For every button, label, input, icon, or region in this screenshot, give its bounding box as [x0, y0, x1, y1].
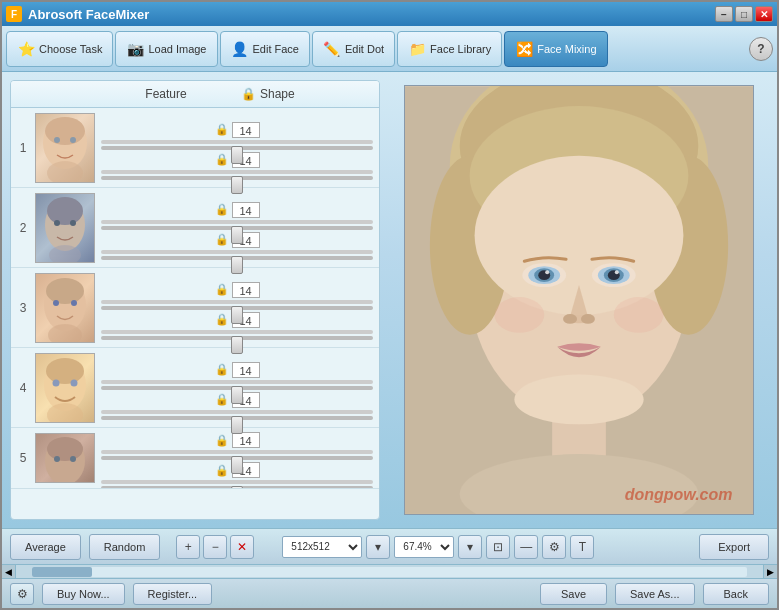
feature-slider[interactable]	[101, 300, 373, 316]
help-button[interactable]: ?	[749, 37, 773, 61]
svg-point-17	[53, 379, 60, 386]
edit-face-label: Edit Face	[253, 43, 299, 55]
settings-button[interactable]: ⚙	[542, 535, 566, 559]
svg-point-13	[71, 300, 77, 306]
face-number: 5	[17, 451, 29, 465]
feature-value: 14	[232, 202, 260, 218]
maximize-button[interactable]: □	[735, 6, 753, 22]
svg-point-40	[545, 270, 549, 274]
shape-slider[interactable]	[101, 410, 373, 426]
shape-slider[interactable]	[101, 170, 373, 186]
face-preview-panel: dongpow.com	[388, 80, 769, 520]
shape-slider[interactable]	[101, 330, 373, 346]
face-image	[35, 353, 95, 423]
face-list: 1	[11, 108, 379, 519]
feature-slider[interactable]	[101, 140, 373, 156]
svg-point-41	[614, 270, 618, 274]
face-thumbnail[interactable]	[35, 113, 95, 183]
svg-point-23	[70, 456, 76, 462]
clear-button[interactable]: ✕	[230, 535, 254, 559]
feature-slider-item: 🔒 14	[101, 432, 373, 454]
face-row: 2	[11, 188, 379, 268]
scroll-left-button[interactable]: ◀	[2, 565, 16, 579]
feature-slider[interactable]	[101, 380, 373, 396]
feature-lock-icon: 🔒	[215, 283, 229, 296]
scroll-right-button[interactable]: ▶	[763, 565, 777, 579]
shape-slider-track[interactable]	[101, 330, 373, 334]
face-row: 4	[11, 348, 379, 428]
average-button[interactable]: Average	[10, 534, 81, 560]
add-face-button[interactable]: +	[176, 535, 200, 559]
feature-value-display: 🔒 14	[215, 362, 260, 378]
feature-lock-icon: 🔒	[215, 203, 229, 216]
feature-slider-item: 🔒 14	[101, 202, 373, 224]
face-thumbnail[interactable]	[35, 193, 95, 263]
feature-slider[interactable]	[101, 450, 373, 466]
export-button[interactable]: Export	[699, 534, 769, 560]
face-thumbnail[interactable]	[35, 273, 95, 343]
edit-dot-label: Edit Dot	[345, 43, 384, 55]
feature-value: 14	[232, 122, 260, 138]
close-button[interactable]: ✕	[755, 6, 773, 22]
arrow-down-icon: ▾	[366, 535, 390, 559]
face-mixing-button[interactable]: 🔀 Face Mixing	[504, 31, 607, 67]
random-button[interactable]: Random	[89, 534, 161, 560]
save-button[interactable]: Save	[540, 583, 607, 605]
shape-col-label: 🔒 Shape	[241, 87, 371, 101]
minimize-button[interactable]: −	[715, 6, 733, 22]
feature-slider[interactable]	[101, 220, 373, 236]
shape-slider-track[interactable]	[101, 410, 373, 414]
face-preview: dongpow.com	[404, 85, 754, 515]
scrollbar-track[interactable]	[32, 567, 747, 577]
edit-dot-button[interactable]: ✏️ Edit Dot	[312, 31, 395, 67]
remove-face-button[interactable]: −	[203, 535, 227, 559]
save-as-button[interactable]: Save As...	[615, 583, 695, 605]
feature-value-display: 🔒 14	[215, 282, 260, 298]
edit-face-button[interactable]: 👤 Edit Face	[220, 31, 310, 67]
face-sliders: 🔒 14 🔒 14	[101, 432, 373, 484]
feature-value: 14	[232, 432, 260, 448]
shape-slider[interactable]	[101, 480, 373, 489]
face-library-label: Face Library	[430, 43, 491, 55]
horizontal-scrollbar[interactable]: ◀ ▶	[2, 564, 777, 578]
feature-slider-item: 🔒 14	[101, 362, 373, 384]
svg-point-11	[46, 278, 84, 304]
buy-now-button[interactable]: Buy Now...	[42, 583, 125, 605]
scrollbar-thumb[interactable]	[32, 567, 92, 577]
size-dropdown[interactable]: 512x512 256x256 1024x1024	[282, 536, 362, 558]
app-window: F Abrosoft FaceMixer − □ ✕ ⭐ Choose Task…	[0, 0, 779, 610]
status-bar: ⚙ Buy Now... Register... Save Save As...…	[2, 578, 777, 608]
svg-point-6	[47, 197, 83, 225]
face-mixing-label: Face Mixing	[537, 43, 596, 55]
face-thumbnail[interactable]	[35, 353, 95, 423]
face-thumbnail[interactable]	[35, 433, 95, 483]
panel-header: Feature 🔒 Shape	[11, 81, 379, 108]
back-button[interactable]: Back	[703, 583, 769, 605]
feature-slider-track[interactable]	[101, 450, 373, 454]
feature-col-label: Feature	[101, 87, 231, 101]
shape-slider-track[interactable]	[101, 250, 373, 254]
zoom-dropdown[interactable]: 67.4% 50% 100%	[394, 536, 454, 558]
load-image-button[interactable]: 📷 Load Image	[115, 31, 217, 67]
feature-slider-track[interactable]	[101, 220, 373, 224]
svg-point-44	[494, 297, 544, 333]
fit-view-button[interactable]: ⊡	[486, 535, 510, 559]
shape-slider-track[interactable]	[101, 480, 373, 484]
feature-slider-track[interactable]	[101, 380, 373, 384]
shape-slider[interactable]	[101, 250, 373, 266]
face-row: 5	[11, 428, 379, 489]
svg-point-14	[48, 324, 82, 343]
choose-task-button[interactable]: ⭐ Choose Task	[6, 31, 113, 67]
feature-slider-track[interactable]	[101, 300, 373, 304]
settings-icon-button[interactable]: ⚙	[10, 583, 34, 605]
text-button[interactable]: T	[570, 535, 594, 559]
zoom-out-button[interactable]: —	[514, 535, 538, 559]
face-library-button[interactable]: 📁 Face Library	[397, 31, 502, 67]
feature-slider-track[interactable]	[101, 140, 373, 144]
feature-value-display: 🔒 14	[215, 432, 260, 448]
face-preview-svg	[405, 85, 753, 515]
shape-slider-track[interactable]	[101, 170, 373, 174]
svg-point-8	[70, 220, 76, 226]
window-title: Abrosoft FaceMixer	[28, 7, 149, 22]
register-button[interactable]: Register...	[133, 583, 213, 605]
